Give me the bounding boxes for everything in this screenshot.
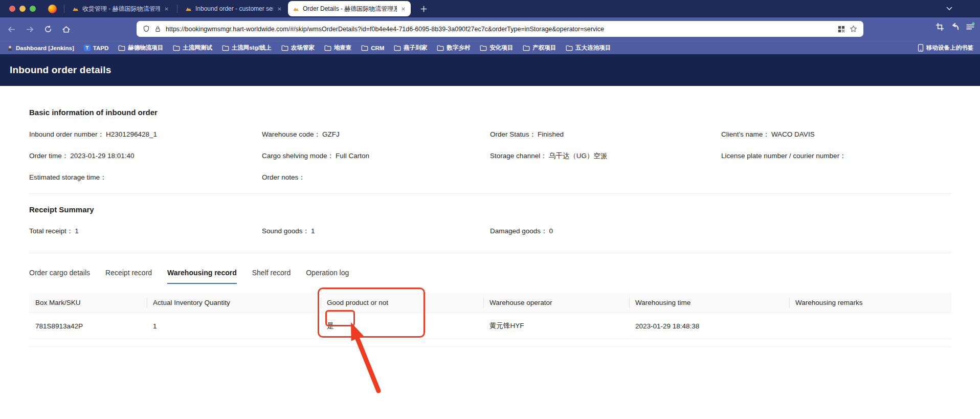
tapd-icon: [84, 45, 91, 51]
browser-tab-inbound-order[interactable]: Inbound order - customer servic: [181, 1, 287, 16]
bookmark-label: Dashboard [Jenkins]: [16, 45, 74, 51]
bookmark-label: 农场管家: [291, 44, 315, 52]
bookmark-folder-dichacha[interactable]: 地查查: [324, 44, 352, 52]
basic-info-section-title: Basic information of inbound order: [29, 86, 951, 117]
window-zoom-button[interactable]: [30, 6, 36, 12]
field-license-plate: License plate number / courier number：: [721, 151, 951, 161]
field-order-status: Order Status：Finished: [490, 130, 721, 139]
bookmark-label: 数字乡村: [447, 44, 470, 52]
cell-actual-inventory-quantity: 1: [147, 313, 321, 339]
screenshot-crop-icon[interactable]: [936, 23, 944, 31]
tab-close-icon[interactable]: [277, 6, 282, 12]
col-actual-inventory-quantity: Actual Inventory Quantity: [147, 293, 321, 313]
bookmark-folder-yanzi[interactable]: 燕子到家: [394, 44, 427, 52]
bookmark-folder-tuliu-stg[interactable]: 土流网stg/线上: [222, 44, 272, 52]
folder-icon: [281, 45, 288, 51]
folder-icon: [566, 45, 573, 51]
bookmark-folder-wudalianchi[interactable]: 五大连池项目: [566, 44, 611, 52]
table-row: 781S8913a42P 1 是 黄元锋HYF 2023-01-29 18:48…: [29, 313, 951, 339]
bookmark-label: 地查查: [334, 44, 352, 52]
page-header: Inbound order details: [0, 54, 980, 86]
navigation-toolbar: https://bookingwmsmgr.hart-worldwide.com…: [0, 17, 980, 41]
qr-code-icon[interactable]: [838, 26, 845, 33]
window-close-button[interactable]: [9, 6, 15, 12]
tab-title: Inbound order - customer servic: [195, 5, 273, 12]
tab-operation-log[interactable]: Operation log: [306, 269, 349, 284]
tab-shelf-record[interactable]: Shelf record: [252, 269, 291, 284]
url-bar[interactable]: https://bookingwmsmgr.hart-worldwide.com…: [137, 21, 863, 37]
bookmark-folder-farm[interactable]: 农场管家: [281, 44, 315, 52]
tab-bar: 收货管理 - 赫德国际物流管理系统 Inbound order - custom…: [0, 0, 980, 17]
table-header-row: Box Mark/SKU Actual Inventory Quantity G…: [29, 293, 951, 313]
bookmark-folder-tuliu-test[interactable]: 土流网测试: [173, 44, 212, 52]
lock-icon[interactable]: [154, 26, 161, 33]
bookmark-folder-chanquan[interactable]: 产权项目: [523, 44, 556, 52]
field-client-name: Client's name：WACO DAVIS: [721, 130, 951, 139]
section-divider: [29, 253, 951, 253]
folder-icon: [523, 45, 530, 51]
detail-tabs: Order cargo details Receipt record Wareh…: [29, 269, 951, 284]
tab-close-icon[interactable]: [400, 6, 406, 12]
col-warehouse-operator: Warehouse operator: [483, 293, 629, 313]
site-favicon-icon: [72, 6, 79, 12]
folder-icon: [222, 45, 229, 51]
browser-tab-receiving[interactable]: 收货管理 - 赫德国际物流管理系统: [68, 1, 174, 16]
new-tab-button[interactable]: [418, 3, 430, 15]
bookmarks-bar: Dashboard [Jenkins] TAPD 赫德物流项目 土流网测试 土流…: [0, 41, 980, 54]
site-favicon-icon: [185, 6, 192, 12]
folder-icon: [173, 45, 180, 51]
window-minimize-button[interactable]: [19, 6, 26, 12]
bookmark-dashboard-jenkins[interactable]: Dashboard [Jenkins]: [7, 45, 74, 52]
section-divider: [29, 193, 951, 194]
bookmark-folder-hede[interactable]: 赫德物流项目: [118, 44, 163, 52]
folder-icon: [361, 45, 368, 51]
cell-box-mark-sku: 781S8913a42P: [29, 313, 147, 339]
bookmark-mobile-bookmarks[interactable]: 移动设备上的书签: [918, 44, 973, 52]
bookmark-tapd[interactable]: TAPD: [84, 45, 108, 51]
tab-list-chevron-icon[interactable]: [945, 5, 953, 13]
cell-warehousing-time: 2023-01-29 18:48:38: [629, 313, 789, 339]
browser-tab-order-details-active[interactable]: Order Details - 赫德国际物流管理系统: [288, 1, 411, 16]
bookmark-label: CRM: [371, 45, 384, 51]
cell-warehousing-remarks: [789, 313, 951, 339]
table-bottom-divider: [29, 346, 951, 347]
receipt-summary-title: Receipt Summary: [29, 205, 951, 214]
folder-icon: [118, 45, 125, 51]
bookmark-label: 安化项目: [489, 44, 513, 52]
site-favicon-icon: [293, 6, 299, 12]
bookmark-label: 土流网stg/线上: [232, 44, 272, 52]
home-button[interactable]: [62, 25, 71, 34]
field-sound-goods: Sound goods：1: [262, 227, 490, 236]
bookmark-folder-crm[interactable]: CRM: [361, 45, 384, 51]
tab-close-icon[interactable]: [164, 6, 169, 12]
tab-order-cargo-details[interactable]: Order cargo details: [29, 269, 90, 284]
bookmark-label: 土流网测试: [183, 44, 212, 52]
tab-separator: [64, 5, 64, 13]
tracking-shield-icon[interactable]: [143, 25, 150, 33]
bookmark-label: 产权项目: [532, 44, 556, 52]
receipt-summary-grid: Total receipt：1 Sound goods：1 Damaged go…: [29, 227, 951, 236]
field-total-receipt: Total receipt：1: [29, 227, 262, 236]
page-content: Basic information of inbound order Inbou…: [0, 86, 980, 347]
bookmark-label: 赫德物流项目: [128, 44, 163, 52]
field-order-time: Order time：2023-01-29 18:01:40: [29, 151, 262, 161]
bookmark-star-icon[interactable]: [850, 25, 857, 33]
bookmark-label: 移动设备上的书签: [926, 44, 973, 52]
undo-arrow-icon[interactable]: [950, 22, 960, 31]
tab-receipt-record[interactable]: Receipt record: [105, 269, 152, 284]
back-button[interactable]: [7, 25, 16, 34]
forward-button[interactable]: [26, 25, 34, 34]
tab-warehousing-record[interactable]: Warehousing record: [167, 269, 237, 284]
basic-info-grid: Inbound order number：H2301296428_1 Wareh…: [29, 130, 951, 182]
folder-icon: [394, 45, 401, 51]
tab-title: Order Details - 赫德国际物流管理系统: [303, 5, 397, 13]
mobile-icon: [918, 44, 924, 52]
page-title: Inbound order details: [10, 64, 111, 76]
folder-icon: [437, 45, 444, 51]
field-storage-channel: Storage channel：乌干达（UG）空派: [490, 151, 721, 161]
url-text[interactable]: https://bookingwmsmgr.hart-worldwide.com…: [166, 26, 833, 33]
bookmark-folder-digital-village[interactable]: 数字乡村: [437, 44, 470, 52]
menu-lines-icon[interactable]: [966, 22, 975, 31]
reload-button[interactable]: [44, 25, 52, 33]
bookmark-folder-anhua[interactable]: 安化项目: [480, 44, 513, 52]
